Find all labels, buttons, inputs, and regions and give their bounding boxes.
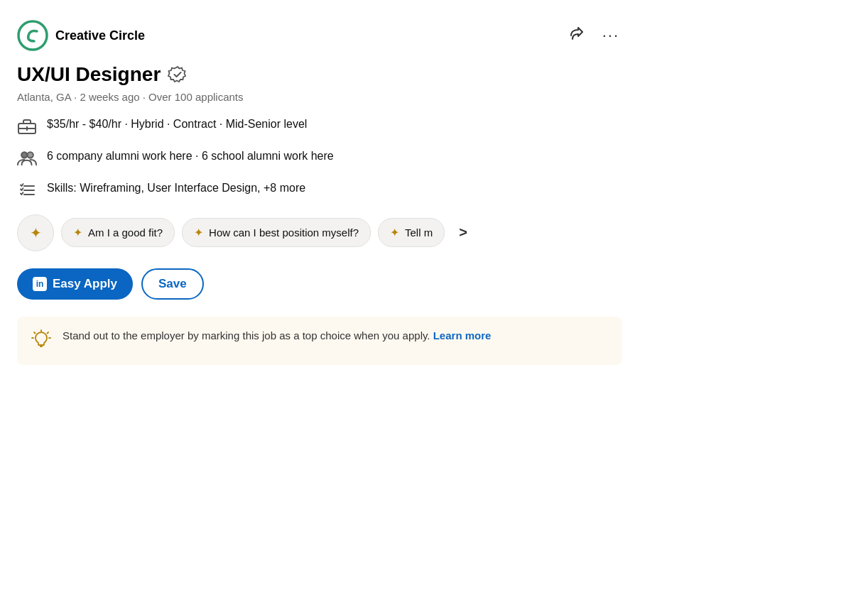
- more-options-button[interactable]: ···: [600, 23, 622, 48]
- ellipsis-icon: ···: [602, 26, 619, 45]
- svg-line-12: [34, 332, 36, 334]
- alumni-text: 6 company alumni work here · 6 school al…: [47, 148, 334, 165]
- linkedin-icon: in: [33, 277, 47, 291]
- ai-pill-label-3: Tell m: [405, 226, 433, 239]
- people-icon: [17, 148, 37, 168]
- job-title: UX/UI Designer: [17, 62, 161, 87]
- top-choice-banner: Stand out to the employer by marking thi…: [17, 317, 622, 365]
- verified-icon: [168, 65, 188, 84]
- svg-point-4: [21, 152, 27, 158]
- action-row: in Easy Apply Save: [17, 268, 622, 300]
- ai-pills-next-button[interactable]: >: [452, 222, 474, 244]
- ai-pill-label-1: Am I a good fit?: [88, 226, 163, 239]
- ai-pill-tell[interactable]: ✦ Tell m: [378, 218, 445, 247]
- save-button[interactable]: Save: [141, 268, 204, 300]
- lightbulb-icon: [31, 329, 51, 354]
- banner-text: Stand out to the employer by marking thi…: [63, 328, 491, 344]
- ai-star-icon: ✦: [30, 224, 42, 241]
- svg-line-13: [48, 332, 49, 334]
- header: Creative Circle ···: [17, 11, 622, 62]
- header-actions: ···: [564, 23, 622, 48]
- banner-learn-more-link[interactable]: Learn more: [433, 329, 492, 341]
- header-left: Creative Circle: [17, 20, 145, 51]
- share-icon: [567, 26, 585, 45]
- banner-main-text: Stand out to the employer by marking thi…: [63, 329, 430, 341]
- ai-pill-star-icon-2: ✦: [194, 226, 203, 239]
- ai-pill-position[interactable]: ✦ How can I best position myself?: [182, 218, 371, 247]
- verified-badge: [168, 65, 188, 84]
- job-meta: Atlanta, GA · 2 weeks ago · Over 100 app…: [17, 91, 622, 103]
- skills-icon: [17, 180, 37, 200]
- compensation-text: $35/hr - $40/hr · Hybrid · Contract · Mi…: [47, 116, 307, 133]
- ai-pill-star-icon-3: ✦: [390, 226, 399, 239]
- easy-apply-label: Easy Apply: [53, 277, 117, 291]
- company-name: Creative Circle: [55, 28, 145, 43]
- skills-row: Skills: Wireframing, User Interface Desi…: [17, 180, 622, 200]
- svg-point-0: [18, 21, 47, 50]
- skills-text: Skills: Wireframing, User Interface Desi…: [47, 180, 305, 197]
- compensation-row: $35/hr - $40/hr · Hybrid · Contract · Mi…: [17, 116, 622, 136]
- ai-trigger-button[interactable]: ✦: [17, 214, 54, 251]
- share-button[interactable]: [564, 23, 588, 48]
- ai-pill-label-2: How can I best position myself?: [209, 226, 359, 239]
- easy-apply-button[interactable]: in Easy Apply: [17, 268, 133, 300]
- ai-pill-good-fit[interactable]: ✦ Am I a good fit?: [61, 218, 175, 247]
- company-logo-icon: [17, 20, 48, 51]
- save-label: Save: [158, 277, 187, 290]
- ai-pill-star-icon-1: ✦: [73, 226, 82, 239]
- alumni-row: 6 company alumni work here · 6 school al…: [17, 148, 622, 168]
- svg-point-5: [27, 152, 33, 158]
- ai-section: ✦ ✦ Am I a good fit? ✦ How can I best po…: [17, 214, 622, 251]
- briefcase-icon: [17, 116, 37, 136]
- job-title-row: UX/UI Designer: [17, 62, 622, 87]
